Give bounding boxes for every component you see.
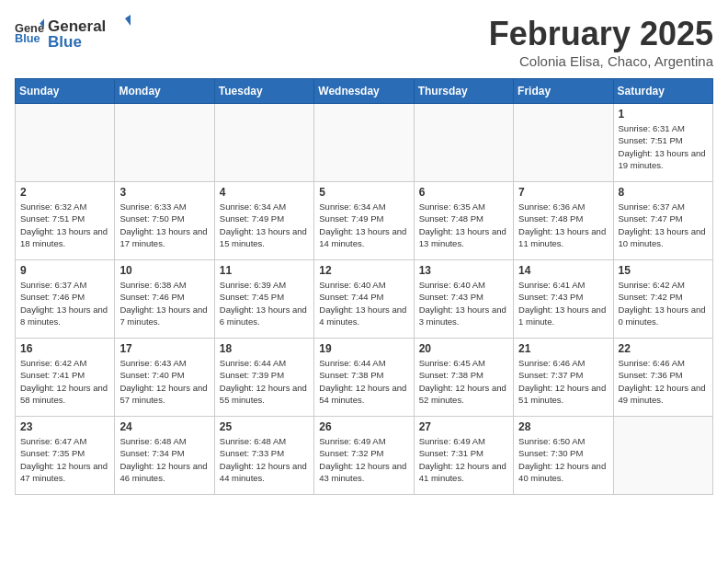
- calendar-cell: 8Sunrise: 6:37 AM Sunset: 7:47 PM Daylig…: [613, 182, 712, 260]
- day-number: 24: [119, 420, 209, 433]
- calendar-cell: 26Sunrise: 6:49 AM Sunset: 7:32 PM Dayli…: [314, 417, 414, 495]
- day-info: Sunrise: 6:37 AM Sunset: 7:46 PM Dayligh…: [20, 279, 109, 327]
- day-info: Sunrise: 6:40 AM Sunset: 7:43 PM Dayligh…: [419, 279, 508, 327]
- calendar-cell: 27Sunrise: 6:49 AM Sunset: 7:31 PM Dayli…: [414, 417, 513, 495]
- calendar-cell: 16Sunrise: 6:42 AM Sunset: 7:41 PM Dayli…: [16, 339, 115, 417]
- day-number: 4: [220, 186, 309, 199]
- calendar-cell: [414, 104, 513, 182]
- weekday-header-tuesday: Tuesday: [214, 79, 313, 104]
- calendar-cell: 9Sunrise: 6:37 AM Sunset: 7:46 PM Daylig…: [16, 260, 115, 339]
- calendar-cell: 13Sunrise: 6:40 AM Sunset: 7:43 PM Dayli…: [414, 260, 513, 339]
- week-row-1: 1Sunrise: 6:31 AM Sunset: 7:51 PM Daylig…: [16, 104, 713, 182]
- day-number: 15: [619, 264, 708, 277]
- day-info: Sunrise: 6:39 AM Sunset: 7:45 PM Dayligh…: [220, 279, 309, 327]
- day-number: 1: [619, 108, 708, 121]
- day-number: 16: [20, 342, 109, 355]
- day-info: Sunrise: 6:49 AM Sunset: 7:31 PM Dayligh…: [419, 435, 508, 484]
- day-info: Sunrise: 6:34 AM Sunset: 7:49 PM Dayligh…: [220, 201, 309, 249]
- weekday-header-sunday: Sunday: [16, 79, 115, 104]
- day-number: 9: [20, 264, 109, 277]
- day-number: 23: [20, 420, 109, 433]
- logo-svg: General Blue: [48, 15, 131, 50]
- day-info: Sunrise: 6:49 AM Sunset: 7:32 PM Dayligh…: [319, 435, 408, 484]
- day-info: Sunrise: 6:47 AM Sunset: 7:35 PM Dayligh…: [20, 435, 109, 484]
- calendar-cell: 25Sunrise: 6:48 AM Sunset: 7:33 PM Dayli…: [214, 417, 313, 495]
- calendar-cell: [115, 104, 214, 182]
- weekday-header-wednesday: Wednesday: [314, 79, 414, 104]
- day-info: Sunrise: 6:33 AM Sunset: 7:50 PM Dayligh…: [119, 201, 209, 249]
- calendar-cell: 18Sunrise: 6:44 AM Sunset: 7:39 PM Dayli…: [214, 339, 313, 417]
- calendar-cell: 28Sunrise: 6:50 AM Sunset: 7:30 PM Dayli…: [514, 417, 613, 495]
- week-row-3: 9Sunrise: 6:37 AM Sunset: 7:46 PM Daylig…: [16, 260, 713, 339]
- calendar-cell: [16, 104, 115, 182]
- calendar-cell: [214, 104, 313, 182]
- day-number: 20: [419, 342, 508, 355]
- calendar-title: February 2025: [489, 15, 713, 53]
- calendar-cell: [514, 104, 613, 182]
- svg-text:Blue: Blue: [48, 33, 82, 50]
- day-number: 13: [419, 264, 508, 277]
- day-info: Sunrise: 6:40 AM Sunset: 7:44 PM Dayligh…: [319, 279, 408, 327]
- day-number: 5: [319, 186, 408, 199]
- day-number: 10: [119, 264, 209, 277]
- week-row-4: 16Sunrise: 6:42 AM Sunset: 7:41 PM Dayli…: [16, 339, 713, 417]
- day-number: 21: [518, 342, 608, 355]
- day-number: 25: [220, 420, 309, 433]
- calendar-cell: 11Sunrise: 6:39 AM Sunset: 7:45 PM Dayli…: [214, 260, 313, 339]
- week-row-5: 23Sunrise: 6:47 AM Sunset: 7:35 PM Dayli…: [16, 417, 713, 495]
- calendar-cell: 21Sunrise: 6:46 AM Sunset: 7:37 PM Dayli…: [514, 339, 613, 417]
- day-info: Sunrise: 6:37 AM Sunset: 7:47 PM Dayligh…: [619, 201, 708, 249]
- day-number: 8: [619, 186, 708, 199]
- title-section: February 2025 Colonia Elisa, Chaco, Arge…: [489, 15, 713, 69]
- calendar-cell: 3Sunrise: 6:33 AM Sunset: 7:50 PM Daylig…: [115, 182, 214, 260]
- day-info: Sunrise: 6:44 AM Sunset: 7:39 PM Dayligh…: [220, 357, 309, 406]
- week-row-2: 2Sunrise: 6:32 AM Sunset: 7:51 PM Daylig…: [16, 182, 713, 260]
- svg-marker-5: [125, 15, 131, 26]
- calendar-cell: 14Sunrise: 6:41 AM Sunset: 7:43 PM Dayli…: [514, 260, 613, 339]
- logo-icon: General Blue: [15, 17, 44, 47]
- day-info: Sunrise: 6:36 AM Sunset: 7:48 PM Dayligh…: [518, 201, 608, 249]
- weekday-header-friday: Friday: [514, 79, 613, 104]
- day-info: Sunrise: 6:31 AM Sunset: 7:51 PM Dayligh…: [619, 122, 708, 171]
- day-number: 19: [319, 342, 408, 355]
- weekday-header-thursday: Thursday: [414, 79, 513, 104]
- day-info: Sunrise: 6:44 AM Sunset: 7:38 PM Dayligh…: [319, 357, 408, 406]
- calendar-cell: 23Sunrise: 6:47 AM Sunset: 7:35 PM Dayli…: [16, 417, 115, 495]
- calendar-cell: 17Sunrise: 6:43 AM Sunset: 7:40 PM Dayli…: [115, 339, 214, 417]
- calendar-cell: 15Sunrise: 6:42 AM Sunset: 7:42 PM Dayli…: [613, 260, 712, 339]
- calendar-cell: 7Sunrise: 6:36 AM Sunset: 7:48 PM Daylig…: [514, 182, 613, 260]
- calendar-table: SundayMondayTuesdayWednesdayThursdayFrid…: [15, 78, 713, 495]
- day-info: Sunrise: 6:41 AM Sunset: 7:43 PM Dayligh…: [518, 279, 608, 327]
- calendar-cell: 6Sunrise: 6:35 AM Sunset: 7:48 PM Daylig…: [414, 182, 513, 260]
- calendar-cell: 24Sunrise: 6:48 AM Sunset: 7:34 PM Dayli…: [115, 417, 214, 495]
- calendar-cell: 4Sunrise: 6:34 AM Sunset: 7:49 PM Daylig…: [214, 182, 313, 260]
- day-info: Sunrise: 6:45 AM Sunset: 7:38 PM Dayligh…: [419, 357, 508, 406]
- calendar-cell: 10Sunrise: 6:38 AM Sunset: 7:46 PM Dayli…: [115, 260, 214, 339]
- day-number: 28: [518, 420, 608, 433]
- day-info: Sunrise: 6:34 AM Sunset: 7:49 PM Dayligh…: [319, 201, 408, 249]
- day-number: 27: [419, 420, 508, 433]
- weekday-header-saturday: Saturday: [613, 79, 712, 104]
- day-info: Sunrise: 6:42 AM Sunset: 7:41 PM Dayligh…: [20, 357, 109, 406]
- day-number: 22: [619, 342, 708, 355]
- day-number: 7: [518, 186, 608, 199]
- day-number: 18: [220, 342, 309, 355]
- calendar-cell: 19Sunrise: 6:44 AM Sunset: 7:38 PM Dayli…: [314, 339, 414, 417]
- day-info: Sunrise: 6:48 AM Sunset: 7:34 PM Dayligh…: [119, 435, 209, 484]
- day-info: Sunrise: 6:50 AM Sunset: 7:30 PM Dayligh…: [518, 435, 608, 484]
- weekday-header-monday: Monday: [115, 79, 214, 104]
- day-number: 14: [518, 264, 608, 277]
- day-number: 3: [119, 186, 209, 199]
- calendar-subtitle: Colonia Elisa, Chaco, Argentina: [489, 53, 713, 69]
- day-number: 2: [20, 186, 109, 199]
- day-number: 26: [319, 420, 408, 433]
- day-info: Sunrise: 6:46 AM Sunset: 7:36 PM Dayligh…: [619, 357, 708, 406]
- calendar-cell: 1Sunrise: 6:31 AM Sunset: 7:51 PM Daylig…: [613, 104, 712, 182]
- calendar-cell: [314, 104, 414, 182]
- day-info: Sunrise: 6:35 AM Sunset: 7:48 PM Dayligh…: [419, 201, 508, 249]
- calendar-cell: [613, 417, 712, 495]
- calendar-cell: 22Sunrise: 6:46 AM Sunset: 7:36 PM Dayli…: [613, 339, 712, 417]
- calendar-cell: 5Sunrise: 6:34 AM Sunset: 7:49 PM Daylig…: [314, 182, 414, 260]
- calendar-cell: 20Sunrise: 6:45 AM Sunset: 7:38 PM Dayli…: [414, 339, 513, 417]
- day-number: 12: [319, 264, 408, 277]
